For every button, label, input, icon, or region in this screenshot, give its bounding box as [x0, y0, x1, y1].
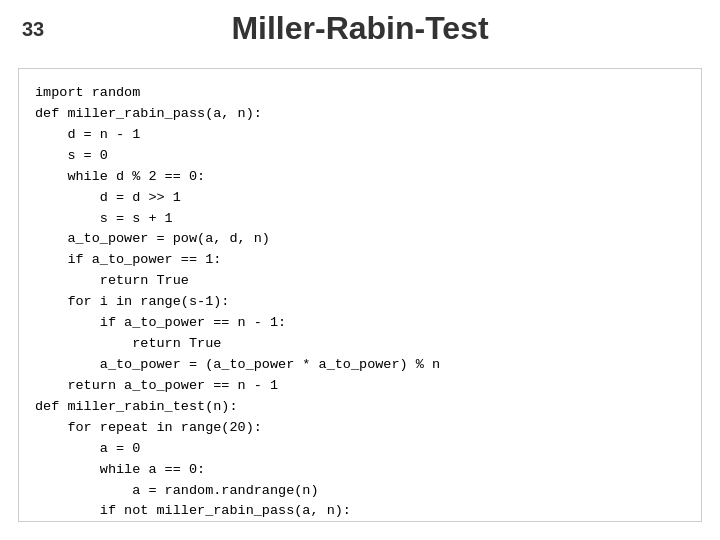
code-block: import random def miller_rabin_pass(a, n…	[18, 68, 702, 522]
slide-title: Miller-Rabin-Test	[0, 10, 720, 47]
slide-container: 33 Miller-Rabin-Test import random def m…	[0, 0, 720, 540]
